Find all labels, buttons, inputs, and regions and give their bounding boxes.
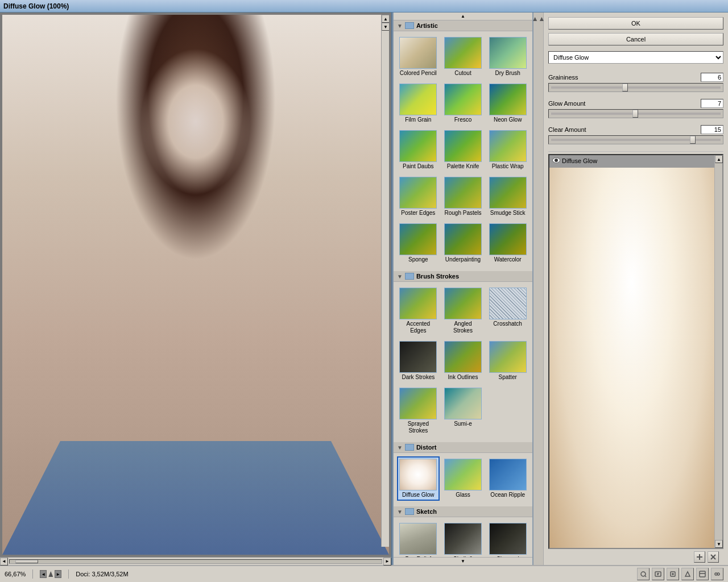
thumb-neon-glow [489, 84, 527, 115]
clear-amount-track [551, 139, 721, 141]
filter-accented-edges[interactable]: Accented Edges [397, 285, 440, 336]
filter-dark-strokes[interactable]: Dark Strokes [397, 339, 440, 383]
filter-ocean-ripple[interactable]: Ocean Ripple [486, 456, 529, 501]
filter-diffuse-glow[interactable]: Diffuse Glow [397, 456, 440, 501]
canvas-scrollbar-v[interactable]: ▲ ▼ [381, 15, 389, 547]
svg-rect-13 [700, 571, 705, 577]
bottom-icon-4[interactable] [681, 568, 694, 580]
filter-neon-glow[interactable]: Neon Glow [486, 81, 529, 126]
bottom-icon-2[interactable] [652, 568, 664, 580]
canvas-area[interactable]: ▲ ▼ [2, 15, 389, 555]
param-glow-amount: Glow Amount [548, 99, 723, 118]
graininess-thumb[interactable] [622, 84, 628, 92]
thumb-colored-pencil [399, 37, 437, 69]
filter-film-grain[interactable]: Film Grain [397, 81, 440, 126]
scroll-down-btn[interactable]: ▼ [382, 23, 389, 31]
bottom-icon-3[interactable] [667, 568, 679, 580]
filter-colored-pencil[interactable]: Colored Pencil [397, 35, 440, 79]
filter-chalk-charcoal[interactable]: Chalk & Charcoal [442, 521, 485, 557]
svg-point-4 [641, 572, 646, 576]
bottom-icon-5[interactable] [696, 568, 709, 580]
section-distort-header[interactable]: Distort [394, 442, 532, 453]
thumb-crosshatch [489, 288, 527, 319]
clear-amount-thumb[interactable] [690, 136, 696, 144]
clear-amount-slider[interactable] [548, 135, 723, 144]
graininess-slider[interactable] [548, 83, 723, 92]
filter-spatter[interactable]: Spatter [486, 339, 529, 383]
thumb-diffuse-glow [399, 459, 437, 490]
ok-button[interactable]: OK [548, 17, 723, 30]
filter-select[interactable]: Diffuse Glow Glass Ocean Ripple [548, 51, 723, 64]
h-scroll-thumb[interactable] [15, 560, 38, 563]
glow-amount-value[interactable] [701, 99, 723, 108]
filter-underpainting[interactable]: Underpainting [442, 221, 485, 265]
preview-scroll-down[interactable]: ▼ [715, 540, 723, 548]
clear-amount-value[interactable] [701, 125, 723, 134]
thumb-watercolor [489, 223, 527, 255]
filter-sponge[interactable]: Sponge [397, 221, 440, 265]
progress-back-btn[interactable]: ◄ [40, 570, 47, 578]
preview-label: Diffuse Glow [562, 157, 597, 164]
filter-glass[interactable]: Glass [442, 456, 485, 501]
filter-palette-knife[interactable]: Palette Knife [442, 128, 485, 172]
scroll-right-btn[interactable]: ► [383, 558, 391, 566]
thumb-cutout [444, 37, 482, 69]
scroll-left-btn[interactable]: ◄ [0, 558, 8, 566]
filter-list[interactable]: Artistic Colored Pencil Cutout Dry Brush [394, 20, 532, 557]
filter-scroll-down[interactable]: ▼ [394, 557, 532, 565]
section-artistic-header[interactable]: Artistic [394, 20, 532, 31]
filter-charcoal[interactable]: Charcoal [486, 521, 529, 557]
new-effect-button[interactable] [694, 551, 705, 563]
scroll-up-btn[interactable]: ▲ [382, 15, 389, 23]
preview-visibility-icon[interactable] [552, 157, 560, 163]
filter-bas-relief[interactable]: Bas Relief [397, 521, 440, 557]
canvas-scrollbar-h[interactable]: ◄ ► [0, 557, 391, 565]
filter-crosshatch[interactable]: Crosshatch [486, 285, 529, 336]
sketch-grid: Bas Relief Chalk & Charcoal Charcoal Chr… [394, 517, 532, 557]
bottom-icon-6[interactable] [711, 568, 723, 580]
glow-amount-slider[interactable] [548, 109, 723, 118]
section-brush-strokes-header[interactable]: Brush Strokes [394, 271, 532, 282]
cancel-button[interactable]: Cancel [548, 33, 723, 45]
filter-poster-edges[interactable]: Poster Edges [397, 174, 440, 219]
preview-scroll-up[interactable]: ▲ [715, 155, 723, 163]
thumb-bas-relief [399, 523, 437, 555]
filter-rough-pastels[interactable]: Rough Pastels [442, 174, 485, 219]
filter-panel: ▲ Artistic Colored Pencil Cutout [392, 13, 533, 565]
preview-section: Diffuse Glow ▲ ▼ [548, 154, 723, 565]
graininess-value[interactable] [701, 73, 723, 82]
thumb-glass [444, 459, 482, 490]
param-graininess: Graininess [548, 73, 723, 92]
filter-paint-daubs[interactable]: Paint Daubs [397, 128, 440, 172]
filter-ink-outlines[interactable]: Ink Outlines [442, 339, 485, 383]
filter-watercolor[interactable]: Watercolor [486, 221, 529, 265]
title-bar: Diffuse Glow (100%) [0, 0, 728, 13]
glow-amount-thumb[interactable] [632, 110, 638, 118]
section-sketch-header[interactable]: Sketch [394, 506, 532, 517]
bottom-icon-1[interactable] [637, 568, 650, 580]
delete-effect-button[interactable] [708, 551, 719, 563]
thumb-sponge [399, 223, 437, 255]
artistic-collapse-icon [397, 23, 403, 29]
filter-dry-brush[interactable]: Dry Brush [486, 35, 529, 79]
filter-sumie[interactable]: Sumi-e [442, 385, 485, 436]
filter-sprayed-strokes[interactable]: Sprayed Strokes [397, 385, 440, 436]
preview-scrollbar-v[interactable]: ▲ ▼ [714, 155, 722, 548]
filter-plastic-wrap[interactable]: Plastic Wrap [486, 128, 529, 172]
clear-amount-label: Clear Amount [548, 126, 586, 133]
section-brush-strokes: Brush Strokes Accented Edges Angled Stro… [394, 271, 532, 440]
progress-fwd-btn[interactable]: ► [55, 570, 61, 578]
filter-fresco[interactable]: Fresco [442, 81, 485, 126]
h-scroll-track[interactable] [9, 559, 382, 564]
thumb-ink-outlines [444, 341, 482, 373]
label-dry-brush: Dry Brush [495, 70, 520, 77]
filter-angled-strokes[interactable]: Angled Strokes [442, 285, 485, 336]
label-sumie: Sumi-e [454, 421, 472, 427]
filter-cutout[interactable]: Cutout [442, 35, 485, 79]
filter-scroll-up[interactable]: ▲ [394, 13, 532, 20]
preview-content [549, 168, 714, 548]
thumb-palette-knife [444, 130, 482, 162]
filter-smudge-stick[interactable]: Smudge Stick [486, 174, 529, 219]
label-underpainting: Underpainting [445, 256, 481, 263]
panel-collapse-btn[interactable]: ▲▲ [533, 13, 544, 565]
